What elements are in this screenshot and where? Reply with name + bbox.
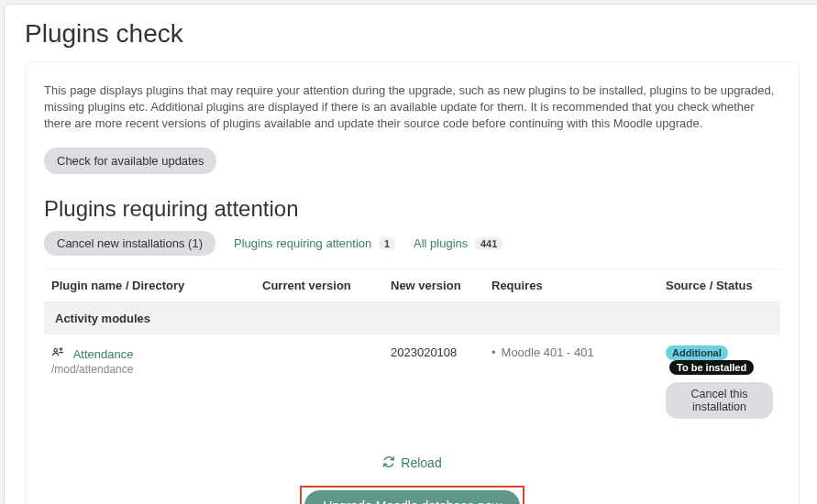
tab-requiring-attention[interactable]: Plugins requiring attention 1 [234, 236, 395, 250]
tab-requiring-attention-count: 1 [379, 237, 395, 250]
th-requires: Requires [484, 268, 658, 301]
table-row: Attendance /mod/attendance 2023020108 •M… [44, 334, 780, 430]
tab-cancel-new-installations[interactable]: Cancel new installations (1) [44, 231, 215, 256]
requires-item: •Moodle 401 - 401 [491, 345, 594, 359]
filter-tabs: Cancel new installations (1) Plugins req… [44, 231, 780, 256]
highlight-frame: Upgrade Moodle database now [300, 486, 524, 504]
tab-all-plugins[interactable]: All plugins 441 [414, 236, 502, 250]
plugin-group-row: Activity modules [44, 301, 780, 334]
intro-text: This page displays plugins that may requ… [44, 82, 780, 133]
current-version [255, 334, 383, 430]
plugins-table: Plugin name / Directory Current version … [44, 268, 780, 430]
tab-all-plugins-label: All plugins [414, 236, 468, 250]
reload-link[interactable]: Reload [382, 455, 441, 471]
plugin-name[interactable]: Attendance [73, 347, 134, 361]
check-updates-button[interactable]: Check for available updates [44, 148, 216, 174]
section-title: Plugins requiring attention [44, 196, 780, 222]
th-new-version: New version [383, 268, 484, 301]
badge-to-be-installed: To be installed [669, 360, 754, 375]
requires-text: Moodle 401 - 401 [502, 345, 594, 359]
page-container: Plugins check This page displays plugins… [4, 4, 817, 504]
plugin-name-cell: Attendance [51, 345, 248, 361]
plugin-group-label: Activity modules [44, 301, 780, 334]
upgrade-database-button[interactable]: Upgrade Moodle database now [304, 490, 520, 504]
activity-icon [51, 347, 68, 361]
new-version: 2023020108 [383, 334, 484, 430]
refresh-icon [382, 455, 395, 471]
th-plugin-name: Plugin name / Directory [44, 268, 255, 301]
badge-additional: Additional [666, 345, 728, 360]
cancel-installation-button[interactable]: Cancel this installation [666, 382, 773, 419]
page-title: Plugins check [25, 19, 800, 49]
tab-all-plugins-count: 441 [475, 237, 502, 250]
footer-actions: Reload Upgrade Moodle database now [44, 455, 780, 504]
th-status: Source / Status [658, 268, 780, 301]
svg-point-0 [54, 348, 58, 352]
bullet-icon: • [491, 345, 496, 359]
reload-label: Reload [401, 455, 441, 470]
svg-point-1 [60, 347, 61, 349]
tab-requiring-attention-label: Plugins requiring attention [234, 236, 371, 250]
th-current-version: Current version [255, 268, 383, 301]
main-card: This page displays plugins that may requ… [25, 61, 800, 504]
plugin-directory: /mod/attendance [51, 363, 248, 376]
